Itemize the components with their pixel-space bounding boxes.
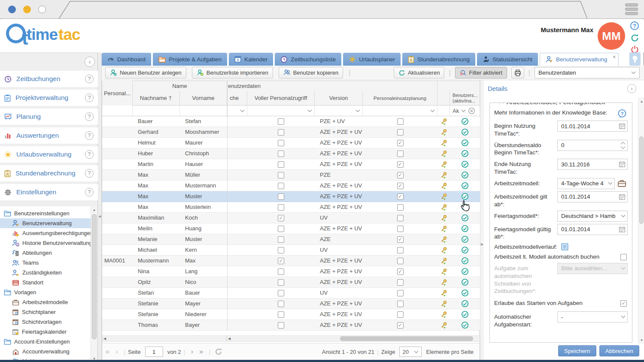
table-row[interactable]: GerhardMooshammerAZE + PZE + UV: [102, 127, 480, 138]
full-access-checkbox[interactable]: ✓: [247, 213, 315, 223]
table-row[interactable]: MelanieMusterAZE✓: [102, 234, 480, 245]
details-scrollbar[interactable]: ▲ ▼: [638, 98, 644, 344]
avatar[interactable]: MM: [598, 22, 625, 50]
full-access-checkbox[interactable]: [247, 288, 315, 298]
key-icon[interactable]: [437, 213, 450, 223]
table-row[interactable]: HuberChristophAZE + PZE + UV: [102, 148, 480, 159]
full-access-checkbox[interactable]: [247, 234, 315, 244]
key-icon[interactable]: [437, 277, 450, 287]
column-header-lastname[interactable]: Nachname: [133, 91, 180, 105]
user-active-status-icon[interactable]: [450, 245, 480, 255]
column-header-version[interactable]: Version: [315, 91, 363, 105]
user-active-status-icon[interactable]: [450, 213, 480, 223]
deployment-checkbox[interactable]: [363, 202, 437, 212]
new-user-button[interactable]: Neuen Benutzer anlegen: [105, 67, 186, 78]
key-icon[interactable]: [437, 299, 450, 309]
column-header-full-access[interactable]: Voller Personalzugriff: [247, 91, 315, 105]
key-icon[interactable]: [437, 309, 450, 320]
h-scrollbar-main[interactable]: ◀: [227, 335, 480, 342]
table-row[interactable]: StefanBauerUV: [102, 288, 480, 299]
full-access-checkbox[interactable]: [247, 159, 315, 169]
column-header-language[interactable]: che: [227, 91, 247, 105]
prev-page-button[interactable]: ‹: [115, 347, 118, 356]
key-icon[interactable]: [437, 234, 450, 244]
deployment-checkbox[interactable]: [363, 223, 437, 234]
user-active-status-icon[interactable]: [450, 288, 480, 298]
table-row[interactable]: HelmutMaurerAZE + PZE + UV✓: [102, 138, 480, 148]
key-icon[interactable]: [437, 202, 450, 212]
tree-item-account-einstellungen[interactable]: Account-Einstellungen: [0, 337, 91, 347]
deployment-checkbox[interactable]: ✓: [363, 170, 437, 180]
table-row[interactable]: MeilinHuangAZE + PZE + UV: [102, 223, 480, 234]
deployment-checkbox[interactable]: ✓: [363, 266, 437, 277]
table-row[interactable]: StefanieMayerAZE + PZE + UV: [102, 299, 480, 309]
calendar-icon[interactable]: [619, 193, 626, 200]
deployment-checkbox[interactable]: [363, 127, 437, 137]
column-header-deployment[interactable]: Personaleinsatzplanung: [363, 91, 437, 105]
tab-urlaubsplaner[interactable]: Urlaubsplaner: [343, 53, 401, 66]
model-history-list-icon[interactable]: [561, 243, 569, 251]
tree-item-schichtplaner[interactable]: 7Schichtplaner: [0, 307, 91, 317]
filter-active-button[interactable]: Filter aktiviert: [455, 67, 507, 78]
key-icon[interactable]: [437, 245, 450, 255]
refresh-table-button[interactable]: Aktualisieren: [394, 67, 444, 78]
full-access-checkbox[interactable]: [247, 277, 315, 287]
chevron-up-icon[interactable]: [499, 103, 504, 104]
reload-table-button[interactable]: [215, 348, 222, 356]
tab-dashboard[interactable]: Dashboard: [102, 53, 151, 66]
user-active-status-icon[interactable]: [450, 309, 480, 320]
deployment-checkbox[interactable]: [363, 213, 437, 223]
tree-scrollbar[interactable]: ▲ ▼: [91, 206, 97, 362]
full-access-checkbox[interactable]: [247, 202, 315, 212]
full-access-checkbox[interactable]: [247, 191, 315, 202]
next-page-button[interactable]: ›: [191, 347, 193, 356]
sidebar-item-stundenabrechnung[interactable]: Stundenabrechnung?: [0, 165, 98, 181]
deployment-checkbox[interactable]: [363, 256, 437, 266]
deployment-checkbox[interactable]: [363, 309, 437, 320]
help-icon[interactable]: ?: [85, 150, 94, 159]
key-icon[interactable]: [437, 181, 450, 191]
full-access-checkbox[interactable]: ✓: [247, 256, 315, 266]
tree-item-benutzereinstellungen[interactable]: Benutzereinstellungen: [0, 208, 91, 218]
calendar-icon[interactable]: [619, 123, 626, 130]
filter-lastname-input[interactable]: [133, 106, 180, 116]
user-active-status-icon[interactable]: [450, 299, 480, 309]
tab-stundenabrechnung[interactable]: Stundenabrechnung: [402, 53, 475, 66]
autobook-checkbox[interactable]: [620, 254, 627, 260]
table-row[interactable]: MaxMusterleinAZE + PZE + UV: [102, 202, 480, 213]
tab-zeitbuchungsliste[interactable]: Zeitbuchungsliste: [275, 53, 341, 66]
column-header-user-status[interactable]: Benutzers...(aktiv/ina...: [450, 91, 480, 105]
tree-item-schichtvorlagen[interactable]: 7Schichtvorlagen: [0, 317, 91, 327]
first-page-button[interactable]: «: [106, 347, 109, 356]
key-icon[interactable]: [437, 256, 450, 266]
tree-item-zuständigkeiten[interactable]: Zuständigkeiten: [0, 268, 91, 278]
full-access-checkbox[interactable]: [247, 266, 315, 277]
tree-item-historie-benutzerverwaltung[interactable]: 2Historie Benutzerverwaltung: [0, 238, 91, 248]
user-active-status-icon[interactable]: [450, 277, 480, 287]
full-access-checkbox[interactable]: [247, 127, 315, 137]
scroll-down-icon[interactable]: ▼: [638, 338, 644, 343]
filter-full-access-select[interactable]: [247, 106, 315, 116]
end-usage-date-field[interactable]: 30.11.2016: [557, 159, 628, 170]
user-active-status-icon[interactable]: [450, 234, 480, 244]
full-access-checkbox[interactable]: [247, 245, 315, 255]
begin-usage-date-field[interactable]: 01.01.2014: [557, 121, 628, 132]
copy-user-button[interactable]: Benutzer kopieren: [279, 67, 343, 78]
key-icon[interactable]: [437, 159, 450, 169]
user-active-status-icon[interactable]: [450, 170, 480, 180]
table-row[interactable]: MaxMüllerPZE✓: [102, 170, 480, 181]
help-icon[interactable]: ?: [85, 188, 94, 196]
filter-firstname-input[interactable]: [180, 106, 227, 116]
worktime-model-select[interactable]: 4-Tage-Woche 4: [557, 178, 615, 189]
table-row[interactable]: BauerStefanPZE + UV: [102, 116, 480, 127]
worktime-model-browse-icon[interactable]: [617, 179, 626, 188]
page-size-select[interactable]: 20: [399, 347, 422, 357]
user-active-status-icon[interactable]: [450, 266, 480, 277]
full-access-checkbox[interactable]: [247, 116, 315, 127]
table-row[interactable]: OpitzNicoAZE + PZE + UV: [102, 277, 480, 288]
close-icon[interactable]: ×: [613, 54, 616, 60]
tree-item-benutzerverwaltung[interactable]: Benutzerverwaltung: [0, 218, 91, 228]
full-access-checkbox[interactable]: [247, 309, 315, 320]
print-button[interactable]: [511, 67, 524, 78]
deployment-checkbox[interactable]: ✓: [363, 138, 437, 148]
